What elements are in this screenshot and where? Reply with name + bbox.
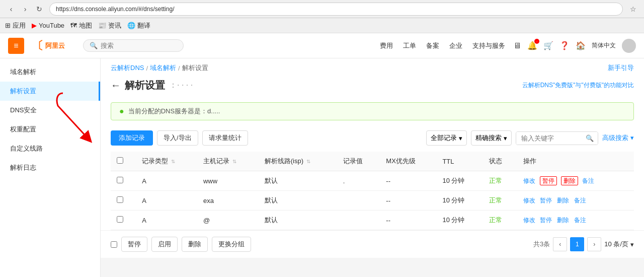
breadcrumb-domain[interactable]: 域名解析 xyxy=(150,63,176,73)
bulk-pause-btn[interactable]: 暂停 xyxy=(121,237,147,252)
row1-mx: -- xyxy=(380,171,436,191)
row3-delete-btn[interactable]: 删除 xyxy=(557,217,569,224)
row3-status: 正常 xyxy=(483,211,517,230)
pagination: 共3条 ‹ 1 › 10 条/页 ▾ xyxy=(533,237,634,251)
screen-icon[interactable]: 🖥 xyxy=(513,41,521,50)
th-value: 记录值 xyxy=(337,152,380,171)
bookmark-translate[interactable]: 🌐 翻译 xyxy=(127,21,150,30)
import-export-button[interactable]: 导入/导出 xyxy=(157,130,198,146)
refresh-btn[interactable]: ↻ xyxy=(33,3,45,15)
forward-btn[interactable]: › xyxy=(19,3,31,15)
bookmark-translate-label: 翻译 xyxy=(137,21,150,30)
sidebar-item-weight-config[interactable]: 权重配置 xyxy=(0,120,100,139)
help-icon[interactable]: ❓ xyxy=(559,41,570,50)
compare-link[interactable]: 云解析DNS"免费版"与"付费版"的功能对比 xyxy=(522,81,634,90)
per-page-select[interactable]: 10 条/页 ▾ xyxy=(604,240,634,249)
sort-route-icon[interactable]: ⇅ xyxy=(306,159,310,164)
sidebar-item-resolution-log[interactable]: 解析日志 xyxy=(0,158,100,177)
page-title: 解析设置 xyxy=(125,79,165,92)
row1-note-btn[interactable]: 备注 xyxy=(582,177,594,184)
back-arrow-btn[interactable]: ← xyxy=(111,80,121,91)
back-btn[interactable]: ‹ xyxy=(5,3,17,15)
sidebar-item-resolution-settings[interactable]: 解析设置 xyxy=(0,82,100,101)
row1-actions: 修改 暂停 删除 备注 xyxy=(517,171,634,191)
bookmark-news[interactable]: 📰 资讯 xyxy=(98,21,121,30)
filter-precise-select[interactable]: 精确搜索 ▾ xyxy=(471,130,512,146)
row3-value xyxy=(337,211,380,230)
new-guide-link[interactable]: 新手引导 xyxy=(608,63,634,73)
keyword-input[interactable] xyxy=(516,132,582,145)
bulk-enable-btn[interactable]: 启用 xyxy=(151,237,178,252)
search-icon: 🔍 xyxy=(90,42,98,49)
nav-enterprise[interactable]: 企业 xyxy=(449,41,462,50)
change-group-btn[interactable]: 更换分组 xyxy=(212,237,251,252)
row1-delete-btn[interactable]: 删除 xyxy=(561,176,578,185)
row1-pause-btn[interactable]: 暂停 xyxy=(540,176,557,185)
search-input[interactable] xyxy=(101,42,171,49)
cart-icon[interactable]: 🛒 xyxy=(543,41,553,50)
row1-host: www xyxy=(197,171,259,191)
language-switch[interactable]: 简体中文 xyxy=(592,41,616,50)
search-area[interactable]: 🔍 xyxy=(83,39,184,52)
per-page-label: 10 条/页 xyxy=(604,240,628,249)
sidebar-item-custom-routes[interactable]: 自定义线路 xyxy=(0,139,100,158)
bookmark-youtube[interactable]: ▶ YouTube xyxy=(32,22,64,29)
breadcrumb-dns[interactable]: 云解析DNS xyxy=(111,63,144,73)
search-submit-btn[interactable]: 🔍 xyxy=(582,132,598,145)
bookmark-apps[interactable]: ⊞ 应用 xyxy=(5,21,26,30)
advanced-search-arrow: ▾ xyxy=(630,134,634,142)
sidebar-item-dns-security[interactable]: DNS安全 xyxy=(0,101,100,120)
row2-type: A xyxy=(136,191,197,211)
breadcrumb-sep-1: / xyxy=(146,64,148,72)
search-box: 🔍 xyxy=(516,131,598,145)
nav-links: 费用 工单 备案 企业 支持与服务 xyxy=(380,41,505,50)
home-icon[interactable]: 🏠 xyxy=(576,41,586,50)
bookmark-btn[interactable]: ☆ xyxy=(627,3,639,15)
bell-icon[interactable]: 🔔· xyxy=(527,41,537,50)
row1-value: . xyxy=(337,171,380,191)
bulk-delete-btn[interactable]: 删除 xyxy=(182,237,208,252)
filter-all-arrow: ▾ xyxy=(459,134,462,142)
translate-icon: 🌐 xyxy=(127,22,135,29)
th-status: 状态 xyxy=(483,152,517,171)
row2-pause-btn[interactable]: 暂停 xyxy=(540,197,552,204)
sidebar-item-domain-resolution[interactable]: 域名解析 xyxy=(0,62,100,82)
row2-delete-btn[interactable]: 删除 xyxy=(557,197,569,204)
row1-edit-btn[interactable]: 修改 xyxy=(523,177,535,184)
user-avatar[interactable] xyxy=(622,39,636,53)
bottom-select-all[interactable] xyxy=(111,241,117,248)
nav-ticket[interactable]: 工单 xyxy=(403,41,416,50)
next-page-btn[interactable]: › xyxy=(587,237,601,251)
row2-note-btn[interactable]: 备注 xyxy=(574,197,586,204)
prev-page-btn[interactable]: ‹ xyxy=(553,237,567,251)
request-stats-button[interactable]: 请求量统计 xyxy=(202,130,248,146)
sort-type-icon[interactable]: ⇅ xyxy=(171,159,175,164)
row3-note-btn[interactable]: 备注 xyxy=(574,217,586,224)
add-record-button[interactable]: 添加记录 xyxy=(111,130,153,146)
url-bar[interactable] xyxy=(49,3,623,16)
breadcrumb-current: 解析设置 xyxy=(182,63,208,73)
row2-mx: -- xyxy=(380,191,436,211)
bookmarks-bar: ⊞ 应用 ▶ YouTube 🗺 地图 📰 资讯 🌐 翻译 xyxy=(0,18,644,33)
th-host: 主机记录 ⇅ xyxy=(197,152,259,171)
row2-select[interactable] xyxy=(117,196,123,203)
row1-select[interactable] xyxy=(117,177,123,183)
nav-fees[interactable]: 费用 xyxy=(380,41,393,50)
advanced-search-btn[interactable]: 高级搜索 ▾ xyxy=(602,133,634,143)
current-page-btn[interactable]: 1 xyxy=(570,237,584,251)
select-all-checkbox[interactable] xyxy=(117,157,123,164)
nav-filing[interactable]: 备案 xyxy=(426,41,439,50)
row3-select[interactable] xyxy=(117,216,123,223)
bookmark-map[interactable]: 🗺 地图 xyxy=(70,21,92,30)
filter-all-select[interactable]: 全部记录 ▾ xyxy=(426,130,467,146)
dns-status-dot: ● xyxy=(119,107,124,116)
row2-edit-btn[interactable]: 修改 xyxy=(523,197,535,204)
row3-pause-btn[interactable]: 暂停 xyxy=(540,217,552,224)
apps-icon: ⊞ xyxy=(5,22,11,29)
row3-edit-btn[interactable]: 修改 xyxy=(523,217,535,224)
nav-support[interactable]: 支持与服务 xyxy=(472,41,505,50)
hamburger-button[interactable]: ≡ xyxy=(8,38,24,54)
main-layout: 域名解析 解析设置 DNS安全 权重配置 自定义线路 解析日志 ‹ 云解析DNS… xyxy=(0,58,644,277)
sort-host-icon[interactable]: ⇅ xyxy=(232,159,236,164)
per-page-arrow: ▾ xyxy=(630,241,634,248)
